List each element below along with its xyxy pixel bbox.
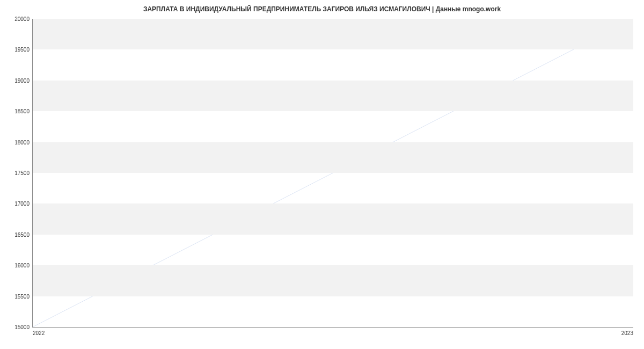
- y-tick-label: 19500: [14, 47, 30, 53]
- grid-band: [33, 265, 633, 296]
- y-tick-label: 18500: [14, 108, 30, 114]
- plot-area: 1500015500160001650017000175001800018500…: [32, 19, 633, 328]
- y-tick-label: 18000: [14, 139, 30, 145]
- grid-band: [33, 142, 633, 173]
- grid-band: [33, 81, 633, 111]
- x-tick-label: 2023: [621, 330, 633, 336]
- y-tick-label: 17500: [14, 170, 30, 176]
- y-tick-label: 16000: [14, 263, 30, 268]
- grid-band: [33, 203, 633, 234]
- chart-container: ЗАРПЛАТА В ИНДИВИДУАЛЬНЫЙ ПРЕДПРИНИМАТЕЛ…: [0, 0, 644, 349]
- chart-title: ЗАРПЛАТА В ИНДИВИДУАЛЬНЫЙ ПРЕДПРИНИМАТЕЛ…: [0, 5, 644, 13]
- y-tick-label: 19000: [14, 77, 30, 83]
- y-tick-label: 15500: [14, 293, 30, 299]
- y-tick-label: 15000: [14, 324, 30, 330]
- y-tick-label: 16500: [14, 231, 30, 237]
- x-tick-label: 2022: [33, 330, 45, 336]
- y-tick-label: 20000: [14, 16, 30, 22]
- y-tick-label: 17000: [14, 201, 30, 207]
- grid-band: [33, 19, 633, 49]
